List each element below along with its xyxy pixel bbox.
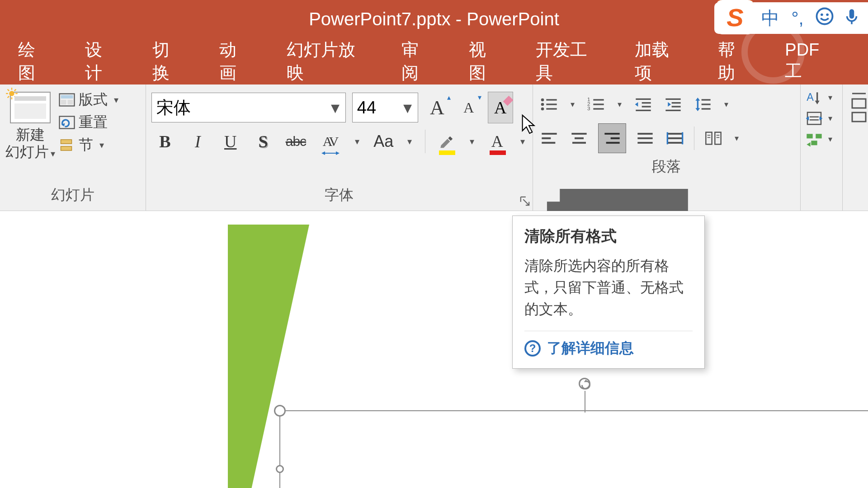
tab-design[interactable]: 设计: [85, 38, 117, 84]
svg-point-27: [541, 103, 544, 106]
line-spacing-button[interactable]: [692, 94, 714, 115]
group-slides: 新建幻灯片▾ 版式▾ 重置 节▾ 幻灯片: [0, 84, 146, 211]
align-text-button[interactable]: ▾: [805, 111, 842, 126]
title-textbox[interactable]: [279, 410, 868, 488]
svg-rect-79: [807, 113, 821, 125]
cursor-icon: [521, 114, 537, 135]
new-slide-label-1: 新建: [16, 127, 45, 143]
svg-rect-84: [807, 134, 812, 138]
layout-button[interactable]: 版式▾: [59, 90, 121, 110]
change-case-dropdown[interactable]: ▾: [405, 136, 414, 147]
ribbon: 新建幻灯片▾ 版式▾ 重置 节▾ 幻灯片: [0, 84, 868, 211]
character-spacing-button[interactable]: AV: [318, 130, 342, 153]
text-highlight-button[interactable]: [436, 130, 457, 153]
italic-button[interactable]: I: [187, 130, 208, 153]
group-slides-label: 幻灯片: [5, 182, 140, 209]
svg-rect-16: [61, 100, 66, 105]
change-case-button[interactable]: Aa: [373, 130, 394, 153]
svg-rect-70: [706, 132, 712, 145]
reset-button[interactable]: 重置: [59, 113, 121, 132]
resize-handle[interactable]: [276, 465, 284, 473]
bold-button[interactable]: B: [154, 130, 176, 153]
svg-text:A: A: [807, 91, 814, 103]
tab-developer[interactable]: 开发工具: [536, 38, 599, 84]
clear-formatting-button[interactable]: A: [488, 92, 513, 123]
numbered-dropdown[interactable]: ▾: [615, 99, 624, 109]
svg-marker-41: [635, 102, 638, 107]
bullet-dropdown[interactable]: ▾: [568, 99, 577, 109]
svg-rect-90: [852, 113, 866, 122]
underline-button[interactable]: U: [220, 130, 241, 153]
new-slide-button[interactable]: 新建幻灯片▾: [5, 89, 55, 182]
svg-marker-87: [807, 142, 810, 147]
group-text-direction: A ▾ ▾ ▾: [801, 84, 843, 211]
align-left-button[interactable]: [538, 127, 560, 149]
tab-animations[interactable]: 动画: [219, 38, 251, 84]
group-drawing-stub: [843, 84, 868, 211]
slide-canvas[interactable]: 成功的项目: [0, 211, 868, 488]
svg-marker-23: [321, 151, 325, 155]
svg-rect-15: [61, 95, 73, 99]
group-font: 宋体 ▾ 44 ▾ A▴ A▾ A B I: [146, 84, 533, 211]
svg-point-29: [541, 108, 544, 111]
align-right-button[interactable]: [598, 123, 626, 153]
font-color-dropdown[interactable]: ▾: [518, 136, 527, 147]
increase-font-size-button[interactable]: A▴: [425, 94, 450, 121]
numbered-list-button[interactable]: 123: [585, 94, 607, 115]
svg-rect-3: [849, 9, 854, 19]
tab-view[interactable]: 视图: [469, 38, 500, 84]
sogou-ime-icon[interactable]: S: [717, 0, 753, 34]
tab-addins[interactable]: 加载项: [635, 38, 683, 84]
strikethrough-button[interactable]: abc: [285, 130, 307, 153]
svg-marker-78: [815, 101, 820, 104]
section-button[interactable]: 节▾: [59, 135, 121, 155]
tab-review[interactable]: 审阅: [401, 38, 433, 84]
font-name-combo[interactable]: 宋体 ▾: [151, 93, 346, 122]
font-dialog-launcher[interactable]: [520, 196, 530, 206]
group-font-label: 字体: [151, 182, 527, 209]
tooltip-learn-more-link[interactable]: ? 了解详细信息: [524, 338, 693, 358]
svg-point-1: [821, 13, 823, 16]
convert-smartart-button[interactable]: ▾: [805, 131, 842, 147]
tab-slideshow[interactable]: 幻灯片放映: [287, 38, 366, 84]
svg-rect-17: [68, 100, 73, 105]
help-icon: ?: [524, 340, 541, 357]
group-paragraph: ▾ 123 ▾ ▾ ▾ 段落: [533, 84, 801, 211]
tooltip-title: 清除所有格式: [524, 226, 693, 247]
svg-point-0: [817, 8, 833, 24]
font-size-combo[interactable]: 44 ▾: [352, 93, 418, 122]
columns-button[interactable]: [703, 127, 724, 149]
ime-mic-button[interactable]: [838, 7, 865, 30]
ime-emoji-button[interactable]: [811, 7, 838, 30]
char-spacing-dropdown[interactable]: ▾: [353, 136, 362, 147]
new-slide-label-2: 幻灯片: [5, 144, 49, 160]
chevron-down-icon[interactable]: ▾: [402, 98, 413, 117]
align-distributed-button[interactable]: [664, 127, 686, 149]
svg-line-13: [14, 89, 16, 91]
line-spacing-dropdown[interactable]: ▾: [722, 99, 731, 109]
align-center-button[interactable]: [568, 127, 590, 149]
resize-handle[interactable]: [274, 405, 286, 417]
text-direction-button[interactable]: A ▾: [805, 90, 842, 105]
columns-dropdown[interactable]: ▾: [732, 133, 741, 143]
svg-marker-24: [336, 151, 340, 155]
decrease-indent-button[interactable]: [632, 94, 654, 115]
svg-point-5: [9, 91, 14, 96]
bullet-list-button[interactable]: [538, 94, 560, 115]
svg-rect-71: [715, 132, 721, 145]
shadow-button[interactable]: S: [252, 130, 274, 153]
highlight-dropdown[interactable]: ▾: [467, 136, 476, 147]
svg-rect-86: [811, 141, 817, 145]
svg-text:3: 3: [587, 105, 590, 111]
font-color-button[interactable]: A: [487, 130, 507, 153]
align-justify-button[interactable]: [634, 127, 656, 149]
svg-rect-20: [61, 140, 72, 144]
tooltip-clear-formatting: 清除所有格式 清除所选内容的所有格式，只留下普通、无格式的文本。 ? 了解详细信…: [512, 216, 705, 369]
rotate-handle[interactable]: [579, 378, 590, 389]
increase-indent-button[interactable]: [662, 94, 684, 115]
chevron-down-icon[interactable]: ▾: [330, 98, 341, 117]
tab-transitions[interactable]: 切换: [152, 38, 184, 84]
tab-draw[interactable]: 绘图: [18, 38, 50, 84]
decrease-font-size-button[interactable]: A▾: [456, 94, 481, 121]
svg-line-10: [8, 89, 9, 91]
